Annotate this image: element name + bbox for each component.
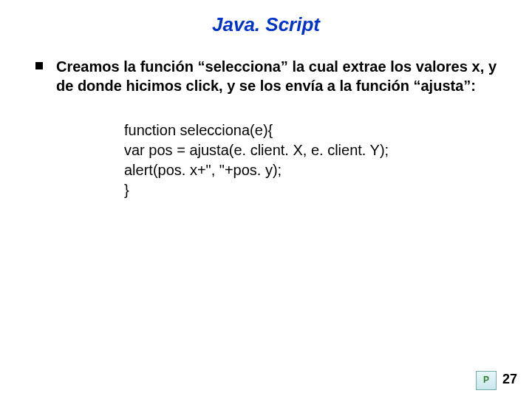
slide-content: Creamos la función “selecciona” la cual … xyxy=(0,36,532,200)
code-line: } xyxy=(124,180,497,200)
code-line: function selecciona(e){ xyxy=(124,120,497,140)
slide-title: Java. Script xyxy=(0,0,532,36)
bullet-item: Creamos la función “selecciona” la cual … xyxy=(35,57,497,95)
page-number: 27 xyxy=(502,372,517,387)
code-block: function selecciona(e){ var pos = ajusta… xyxy=(124,120,497,200)
bullet-text: Creamos la función “selecciona” la cual … xyxy=(56,57,497,95)
logo-text: P xyxy=(483,375,489,385)
code-line: var pos = ajusta(e. client. X, e. client… xyxy=(124,140,497,160)
code-line: alert(pos. x+", "+pos. y); xyxy=(124,160,497,180)
bullet-square-icon xyxy=(35,62,43,69)
logo-icon: P xyxy=(476,371,497,390)
